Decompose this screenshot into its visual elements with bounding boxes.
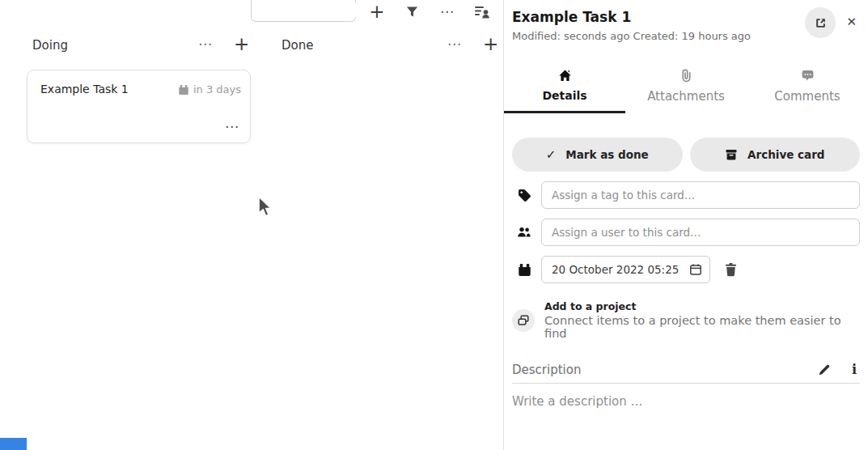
- open-in-window-button[interactable]: [805, 7, 836, 38]
- calendar-icon: [178, 84, 189, 96]
- card-due-date: in 3 days: [178, 83, 241, 96]
- description-section: Description i Write a description …: [512, 362, 860, 409]
- panel-tabs: Details Attachments Comments: [504, 64, 868, 113]
- tab-comments[interactable]: Comments: [747, 64, 868, 113]
- pencil-icon: [818, 363, 831, 376]
- mark-as-done-label: Mark as done: [565, 148, 648, 161]
- tab-label: Comments: [774, 89, 840, 104]
- user-field-row: [512, 219, 860, 246]
- archive-card-label: Archive card: [747, 148, 824, 161]
- add-to-project-subtitle: Connect items to a project to make them …: [544, 314, 860, 340]
- add-card-button[interactable]: +: [234, 33, 249, 54]
- due-date-field[interactable]: 20 October 2022 05:25: [541, 256, 710, 283]
- calendar-picker-icon: [689, 263, 702, 276]
- card-detail-panel: Example Task 1 Modified: seconds ago Cre…: [504, 0, 868, 450]
- calendar-icon: [518, 263, 531, 277]
- sort-by-user-button[interactable]: [472, 0, 492, 23]
- bottom-left-accent-fragment: [0, 438, 27, 450]
- open-external-icon: [814, 16, 828, 30]
- chat-icon: [801, 70, 815, 83]
- filter-icon: [406, 6, 418, 18]
- column-menu-button[interactable]: ⋯: [447, 36, 461, 52]
- check-icon: ✓: [546, 147, 557, 162]
- task-card[interactable]: Example Task 1 in 3 days ⋯: [27, 70, 251, 143]
- mark-as-done-button[interactable]: ✓ Mark as done: [512, 138, 683, 172]
- tab-label: Details: [542, 89, 586, 102]
- edit-description-button[interactable]: [818, 363, 831, 376]
- assign-user-input[interactable]: [541, 219, 860, 246]
- due-date-value: 20 October 2022 05:25: [552, 263, 689, 276]
- column-title-doing: Doing: [32, 38, 68, 53]
- description-placeholder[interactable]: Write a description …: [512, 394, 860, 409]
- panel-modified-created-meta: Modified: seconds ago Created: 19 hours …: [512, 30, 805, 42]
- projects-icon: [517, 314, 530, 327]
- add-to-project-row[interactable]: Add to a project Connect items to a proj…: [512, 300, 860, 340]
- search-box[interactable]: [251, 0, 356, 22]
- column-menu-button[interactable]: ⋯: [198, 36, 212, 52]
- tag-field-row: [512, 181, 860, 209]
- tab-label: Attachments: [647, 89, 725, 104]
- archive-card-button[interactable]: Archive card: [690, 138, 861, 172]
- archive-icon: [725, 148, 738, 161]
- project-chip: [512, 309, 535, 332]
- card-due-label: in 3 days: [193, 83, 241, 96]
- close-panel-button[interactable]: ✕: [846, 15, 857, 28]
- board-area: + ⋯ Doing ⋯ + Done ⋯ + Example Task 1: [0, 0, 503, 450]
- board-menu-button[interactable]: ⋯: [438, 0, 457, 23]
- mouse-cursor-icon: [256, 195, 274, 219]
- remove-due-date-button[interactable]: [724, 262, 738, 277]
- card-title: Example Task 1: [40, 83, 129, 96]
- add-to-project-title: Add to a project: [544, 300, 860, 312]
- sort-by-user-icon: [475, 5, 490, 19]
- card-actions: ✓ Mark as done Archive card: [512, 138, 860, 172]
- column-title-done: Done: [282, 38, 313, 53]
- open-calendar-button[interactable]: [689, 263, 702, 276]
- home-icon: [558, 69, 572, 83]
- add-card-button[interactable]: +: [483, 33, 498, 54]
- panel-header: Example Task 1 Modified: seconds ago Cre…: [504, 0, 868, 42]
- info-icon[interactable]: i: [852, 362, 857, 377]
- paperclip-icon: [680, 69, 692, 83]
- card-menu-button[interactable]: ⋯: [225, 118, 239, 134]
- tab-attachments[interactable]: Attachments: [625, 64, 747, 113]
- description-divider: [512, 383, 860, 384]
- description-label: Description: [512, 363, 818, 377]
- tab-details[interactable]: Details: [504, 64, 625, 113]
- filter-button[interactable]: [404, 0, 420, 23]
- assign-tag-input[interactable]: [541, 181, 860, 209]
- add-card-toolbar-button[interactable]: +: [368, 0, 386, 23]
- panel-title: Example Task 1: [512, 8, 805, 27]
- due-date-row: 20 October 2022 05:25: [512, 256, 860, 283]
- tag-icon: [518, 189, 531, 202]
- users-icon: [517, 226, 531, 239]
- trash-icon: [724, 262, 738, 277]
